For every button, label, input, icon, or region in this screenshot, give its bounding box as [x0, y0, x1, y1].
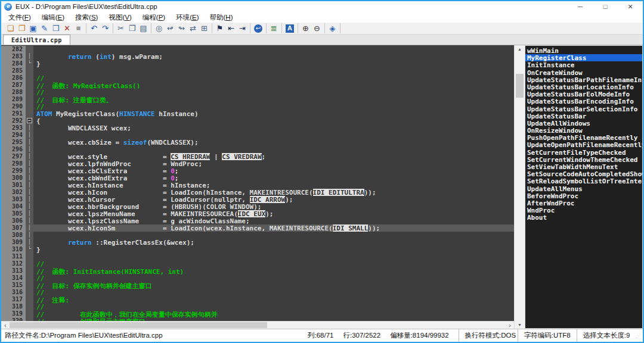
line-number[interactable]: 292	[1, 117, 26, 124]
line-number[interactable]: 314	[1, 275, 26, 282]
code-line-288[interactable]: 288//	[1, 89, 514, 96]
code-line-301[interactable]: 301│ wcex.hInstance = hInstance;	[1, 182, 514, 189]
copy-icon[interactable]: ❐	[126, 23, 138, 33]
prev-bookmark-icon[interactable]: ⇤	[225, 23, 237, 33]
code-line-302[interactable]: 302│ wcex.hIcon = LoadIcon(hInstance, MA…	[1, 189, 514, 196]
scroll-down-arrow-icon[interactable]: ▼	[515, 321, 525, 329]
line-number[interactable]: 283	[1, 53, 26, 60]
cut-icon[interactable]: ✂	[115, 23, 126, 33]
function-item-SetCurrentFileTypeChecked[interactable]: SetCurrentFileTypeChecked	[525, 149, 642, 156]
fold-margin[interactable]: │	[26, 167, 33, 174]
fold-margin[interactable]	[26, 282, 33, 289]
resize-grip[interactable]: ⋰	[636, 333, 643, 339]
code-text[interactable]: wcex.hbrBackground = (HBRUSH)(COLOR_WIND…	[33, 203, 514, 210]
menu-item-v-3[interactable]: 视图(V)	[103, 13, 137, 22]
fold-margin[interactable]: └	[26, 246, 33, 253]
code-line-295[interactable]: 295│ wcex.cbSize = sizeof(WNDCLASSEX);	[1, 139, 514, 146]
close-file-icon[interactable]: ✕	[61, 23, 73, 33]
save-icon[interactable]: ▣	[27, 23, 39, 33]
code-text[interactable]: // 注释:	[33, 296, 514, 303]
maximize-button[interactable]: □	[593, 1, 618, 12]
fold-margin[interactable]: │	[26, 146, 33, 153]
fold-margin[interactable]	[26, 253, 33, 260]
code-text[interactable]: wcex.hIconSm = LoadIcon(wcex.hInstance, …	[33, 224, 514, 232]
fold-margin[interactable]	[26, 310, 33, 317]
syntax-highlight-icon[interactable]: A	[286, 24, 294, 33]
vertical-scroll-thumb[interactable]	[516, 74, 524, 98]
fold-margin[interactable]: │	[26, 189, 33, 196]
function-item-UpdateStatusBar[interactable]: UpdateStatusBar	[525, 113, 642, 120]
code-line-312[interactable]: 312//	[1, 260, 514, 267]
code-line-308[interactable]: 308│	[1, 232, 514, 239]
code-line-287[interactable]: 287// 函数: MyRegisterClass()	[1, 82, 514, 89]
code-text[interactable]	[33, 46, 514, 53]
line-number[interactable]: 305	[1, 210, 26, 217]
code-text[interactable]: }	[33, 60, 514, 67]
code-line-317[interactable]: 317// 注释:	[1, 296, 514, 303]
code-line-286[interactable]: 286//	[1, 74, 514, 82]
code-line-303[interactable]: 303│ wcex.hCursor = LoadCursor(nullptr, …	[1, 196, 514, 203]
code-text[interactable]: WNDCLASSEX wcex;	[33, 124, 514, 132]
fold-margin[interactable]: −	[26, 117, 33, 124]
code-text[interactable]: wcex.style = CS_HREDRAW | CS_VREDRAW;	[33, 153, 514, 160]
fold-margin[interactable]: │	[26, 239, 33, 246]
line-number[interactable]: 287	[1, 82, 26, 89]
fold-margin[interactable]: │	[26, 224, 33, 232]
code-line-319[interactable]: 319// 在此函数中，我们在全局变量中保存实例句柄并	[1, 310, 514, 317]
function-item-PushOpenPathFilenameRecently[interactable]: PushOpenPathFilenameRecently	[525, 134, 642, 141]
code-text[interactable]	[33, 132, 514, 139]
function-item-InitInstance[interactable]: InitInstance	[525, 61, 642, 68]
menu-item-e-1[interactable]: 编辑(E)	[36, 13, 70, 22]
code-line-291[interactable]: 291ATOM MyRegisterClass(HINSTANCE hInsta…	[1, 110, 514, 117]
code-text[interactable]: //	[33, 103, 514, 110]
function-item-SetViewTabWidthMenuText[interactable]: SetViewTabWidthMenuText	[525, 163, 642, 170]
function-item-SetCurrentWindowThemeChecked[interactable]: SetCurrentWindowThemeChecked	[525, 156, 642, 163]
line-number[interactable]: 298	[1, 160, 26, 167]
code-line-305[interactable]: 305│ wcex.lpszMenuName = MAKEINTRESOURCE…	[1, 210, 514, 217]
code-text[interactable]: //	[33, 89, 514, 96]
fold-margin[interactable]: │	[26, 132, 33, 139]
code-text[interactable]: //	[33, 303, 514, 310]
function-item-UpdateStatusBarEolModeInfo[interactable]: UpdateStatusBarEolModeInfo	[525, 91, 642, 98]
code-text[interactable]: // 函数: InitInstance(HINSTANCE, int)	[33, 267, 514, 275]
code-line-304[interactable]: 304│ wcex.hbrBackground = (HBRUSH)(COLOR…	[1, 203, 514, 210]
line-number[interactable]: 285	[1, 67, 26, 74]
code-line-292[interactable]: 292−{	[1, 117, 514, 124]
code-text[interactable]: return (int) msg.wParam;	[33, 53, 514, 60]
fold-margin[interactable]: │	[26, 124, 33, 132]
code-line-284[interactable]: 284└}	[1, 60, 514, 67]
line-number[interactable]: 302	[1, 189, 26, 196]
format-marks-icon[interactable]: ≣	[268, 23, 280, 33]
code-text[interactable]: wcex.hIcon = LoadIcon(hInstance, MAKEINT…	[33, 189, 514, 196]
line-number[interactable]: 311	[1, 253, 26, 260]
fold-margin[interactable]: │	[26, 53, 33, 60]
fold-margin[interactable]: │	[26, 203, 33, 210]
code-text[interactable]	[33, 67, 514, 74]
navigate-back-icon[interactable]: ↩	[254, 24, 262, 33]
fold-margin[interactable]: └	[26, 60, 33, 67]
fold-margin[interactable]	[26, 82, 33, 89]
function-item-AfterWndProc[interactable]: AfterWndProc	[525, 199, 642, 207]
code-text[interactable]: // 目标: 注册窗口类。	[33, 96, 514, 103]
code-line-316[interactable]: 316//	[1, 289, 514, 296]
fold-margin[interactable]	[26, 67, 33, 74]
line-number[interactable]: 308	[1, 232, 26, 239]
function-item-wWinMain[interactable]: wWinMain	[525, 47, 642, 54]
line-number[interactable]: 290	[1, 103, 26, 110]
code-line-313[interactable]: 313// 函数: InitInstance(HINSTANCE, int)	[1, 267, 514, 275]
function-item-UpdateStatusBarEncodingInfo[interactable]: UpdateStatusBarEncodingInfo	[525, 98, 642, 105]
file-list-icon[interactable]: ≡	[73, 23, 84, 33]
toggle-bookmark-icon[interactable]: ⚑	[214, 23, 225, 33]
menu-item-h-6[interactable]: 帮助(H)	[205, 13, 239, 22]
line-number[interactable]: 307	[1, 224, 26, 232]
function-item-About[interactable]: About	[525, 214, 642, 221]
scroll-left-arrow-icon[interactable]: ‹	[1, 322, 10, 329]
code-text[interactable]: }	[33, 246, 514, 253]
zoom-in-icon[interactable]: ⊕	[300, 23, 311, 33]
fold-margin[interactable]	[26, 260, 33, 267]
code-text[interactable]: // 目标: 保存实例句柄并创建主窗口	[33, 282, 514, 289]
code-line-318[interactable]: 318//	[1, 303, 514, 310]
function-item-UpdateStatusBarLocationInfo[interactable]: UpdateStatusBarLocationInfo	[525, 83, 642, 91]
function-item-MyRegisterClass[interactable]: MyRegisterClass	[525, 54, 642, 61]
undo-icon[interactable]: ↶	[88, 23, 100, 33]
